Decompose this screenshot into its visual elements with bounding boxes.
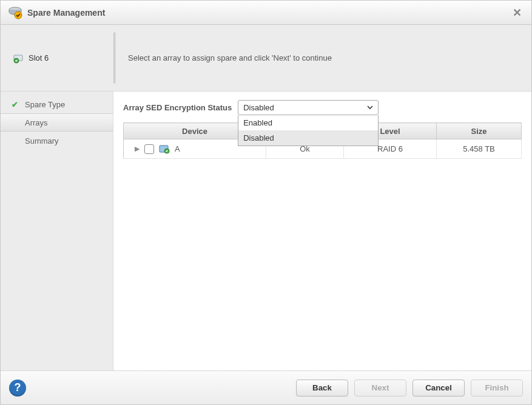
expand-icon[interactable]: ▶ [135,145,140,153]
close-icon[interactable]: ✕ [510,6,524,19]
step-spare-type[interactable]: ✔ Spare Type [1,95,113,113]
spare-management-icon [8,5,22,20]
check-icon: ✔ [12,100,20,109]
select-value: Disabled [243,103,274,112]
context-slot: Slot 6 [1,25,113,91]
dialog-title: Spare Management [27,8,510,18]
encryption-filter-row: Array SED Encryption Status Disabled Ena… [123,100,522,115]
step-label: Summary [25,136,59,146]
context-banner: Slot 6 Select an array to assign spare a… [1,25,531,92]
dialog-body: ✔ Spare Type Arrays Summary Array SED En… [1,92,531,370]
instruction-text: Select an array to assign spare and clic… [116,25,531,91]
help-icon[interactable]: ? [9,380,26,397]
encryption-filter-select[interactable]: Disabled Enabled Disabled [238,100,379,115]
col-header-size[interactable]: Size [437,123,522,139]
step-label: Arrays [25,118,48,127]
slot-label: Slot 6 [29,53,49,62]
encryption-dropdown: Enabled Disabled [238,115,379,146]
step-label: Spare Type [25,100,65,109]
encryption-filter-label: Array SED Encryption Status [123,103,232,112]
device-name: A [175,144,180,153]
option-disabled[interactable]: Disabled [238,130,378,146]
finish-button[interactable]: Finish [471,380,523,397]
main-panel: Array SED Encryption Status Disabled Ena… [113,92,531,370]
chevron-down-icon [366,103,374,112]
cell-size: 5.458 TB [437,139,522,159]
wizard-steps: ✔ Spare Type Arrays Summary [1,92,113,370]
step-arrays[interactable]: Arrays [1,113,113,132]
row-checkbox[interactable] [144,144,154,154]
next-button[interactable]: Next [354,380,406,397]
option-enabled[interactable]: Enabled [238,115,378,130]
select-display[interactable]: Disabled [238,100,379,115]
back-button[interactable]: Back [296,380,348,397]
titlebar: Spare Management ✕ [1,1,531,25]
controller-icon [13,52,25,64]
dialog-spare-management: Spare Management ✕ Slot 6 Select an arra… [0,0,532,405]
cancel-button[interactable]: Cancel [412,380,465,397]
dialog-footer: ? Back Next Cancel Finish [1,370,531,404]
step-summary[interactable]: Summary [1,132,113,150]
array-icon [159,144,170,155]
